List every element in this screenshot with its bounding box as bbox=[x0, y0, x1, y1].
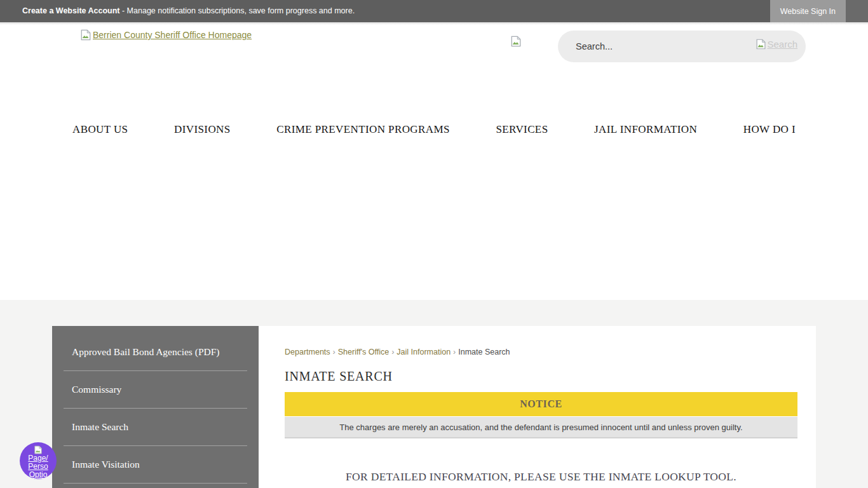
lookup-tool-statement: FOR DETAILED INFORMATION, PLEASE USE THE… bbox=[285, 470, 797, 484]
broken-image-icon bbox=[756, 39, 766, 50]
main-content: Departments›Sheriff's Office›Jail Inform… bbox=[259, 326, 816, 488]
utility-bar-edge bbox=[846, 0, 868, 22]
create-account-label: Create a Website Account bbox=[22, 6, 120, 15]
breadcrumb-separator: › bbox=[391, 348, 394, 356]
sidebar-item-inmate-search[interactable]: Inmate Search bbox=[64, 409, 247, 446]
homepage-logo-alt-text: Berrien County Sheriff Office Homepage bbox=[93, 30, 252, 40]
breadcrumb-jail-information[interactable]: Jail Information bbox=[397, 348, 451, 356]
nav-item-about-us[interactable]: ABOUT US bbox=[72, 123, 128, 136]
broken-image-icon bbox=[34, 445, 43, 454]
broken-image-icon bbox=[80, 29, 92, 41]
widget-alt-line1: Page/ bbox=[28, 454, 48, 463]
sidebar-item-commissary[interactable]: Commissary bbox=[64, 371, 247, 409]
nav-item-divisions[interactable]: DIVISIONS bbox=[174, 123, 231, 136]
breadcrumb-departments[interactable]: Departments bbox=[285, 348, 330, 356]
search-box: Search bbox=[558, 30, 806, 62]
header-divider bbox=[0, 22, 868, 25]
sidebar-item-inmate-visitation[interactable]: Inmate Visitation bbox=[64, 446, 247, 484]
nav-item-jail-information[interactable]: JAIL INFORMATION bbox=[594, 123, 697, 136]
page-personalization-widget-button[interactable]: Page/ Perso Optio bbox=[20, 442, 57, 479]
notice-disclaimer: The charges are merely an accusation, an… bbox=[285, 417, 797, 438]
widget-alt-line2: Perso bbox=[28, 462, 48, 471]
breadcrumb-current: Inmate Search bbox=[458, 348, 510, 356]
create-account-link[interactable]: Create a Website Account - Manage notifi… bbox=[22, 6, 355, 15]
nav-item-how-do-i[interactable]: HOW DO I bbox=[743, 123, 796, 136]
content-section: Approved Bail Bond Agencies (PDF) Commis… bbox=[0, 300, 868, 488]
website-sign-in-button[interactable]: Website Sign In bbox=[770, 0, 846, 22]
homepage-logo-link[interactable]: Berrien County Sheriff Office Homepage bbox=[80, 29, 252, 41]
nav-item-crime-prevention-programs[interactable]: CRIME PREVENTION PROGRAMS bbox=[276, 123, 450, 136]
page: Create a Website Account - Manage notifi… bbox=[0, 0, 868, 488]
utility-bar: Create a Website Account - Manage notifi… bbox=[0, 0, 868, 22]
breadcrumb-sheriffs-office[interactable]: Sheriff's Office bbox=[338, 348, 389, 356]
create-account-description: - Manage notification subscriptions, sav… bbox=[120, 6, 355, 15]
notice-banner: NOTICE bbox=[285, 392, 797, 416]
page-title: INMATE SEARCH bbox=[285, 369, 797, 384]
widget-alt-line3: Optio bbox=[29, 470, 48, 479]
nav-item-services[interactable]: SERVICES bbox=[496, 123, 548, 136]
search-button-alt-text: Search bbox=[767, 39, 797, 50]
breadcrumb-separator: › bbox=[453, 348, 456, 356]
sidebar-item-approved-bail-bond-agencies[interactable]: Approved Bail Bond Agencies (PDF) bbox=[64, 334, 247, 371]
search-button[interactable]: Search bbox=[756, 39, 797, 50]
broken-image-icon bbox=[510, 36, 522, 47]
main-navigation: ABOUT US DIVISIONS CRIME PREVENTION PROG… bbox=[0, 123, 868, 136]
search-input[interactable] bbox=[576, 30, 735, 62]
breadcrumb: Departments›Sheriff's Office›Jail Inform… bbox=[285, 348, 797, 356]
breadcrumb-separator: › bbox=[333, 348, 336, 356]
sidebar: Approved Bail Bond Agencies (PDF) Commis… bbox=[52, 326, 259, 488]
